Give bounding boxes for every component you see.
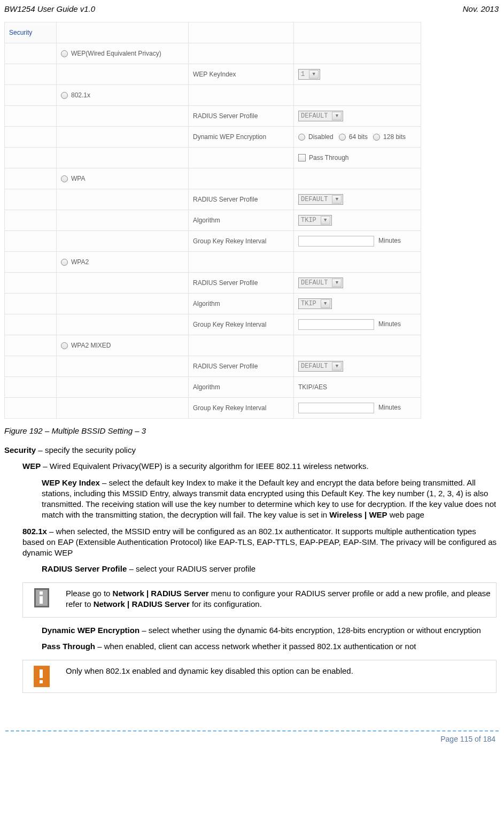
checkbox-icon [298, 154, 306, 161]
header-right: Nov. 2013 [463, 4, 499, 13]
passthrough-desc: Pass Through – when enabled, client can … [42, 641, 499, 652]
gkri-input[interactable] [298, 236, 374, 247]
page-footer: Page 115 of 184 [0, 735, 504, 749]
gkri-label: Group Key Rekey Interval [189, 398, 294, 419]
header-left: BW1254 User Guide v1.0 [4, 4, 95, 13]
dynwep-desc: Dynamic WEP Encryption – select whether … [42, 625, 499, 636]
wpa2mixed-option[interactable]: WPA2 MIXED [57, 335, 189, 356]
radius-label: RADIUS Server Profile [189, 356, 294, 377]
chevron-down-icon: ▼ [332, 195, 342, 204]
wep-keyindex-select[interactable]: 1▼ [298, 69, 320, 80]
wpa2-option[interactable]: WPA2 [57, 252, 189, 273]
gkri-input[interactable] [298, 403, 374, 413]
dynwep-options[interactable]: Disabled 64 bits 128 bits [294, 127, 421, 148]
security-desc: Security – specify the security policy [4, 445, 499, 456]
wepkey-desc: WEP Key Index – select the default key I… [42, 478, 499, 521]
chevron-down-icon: ▼ [309, 70, 319, 79]
chevron-down-icon: ▼ [321, 216, 330, 225]
chevron-down-icon: ▼ [321, 299, 330, 308]
chevron-down-icon: ▼ [332, 279, 342, 287]
wpa-option[interactable]: WPA [57, 168, 189, 189]
warning-box: Only when 802.1x enabled and dynamic key… [22, 660, 497, 693]
passthrough-option[interactable]: Pass Through [294, 148, 421, 168]
gkri-label: Group Key Rekey Interval [189, 231, 294, 252]
wep-desc: WEP – Wired Equivalent Privacy(WEP) is a… [22, 461, 499, 472]
radius-label: RADIUS Server Profile [189, 106, 294, 127]
radius-desc: RADIUS Server Profile – select your RADI… [42, 564, 499, 574]
algorithm-value: TKIP/AES [294, 377, 421, 398]
algorithm-select[interactable]: TKIP▼ [298, 298, 332, 309]
wep-keyindex-label: WEP KeyIndex [189, 64, 294, 85]
wep-option[interactable]: WEP(Wired Equivalent Privacy) [57, 43, 189, 64]
footer-separator [5, 730, 499, 731]
radio-icon [61, 175, 68, 182]
warning-icon [34, 666, 50, 687]
8021x-desc: 802.1x – when selected, the MSSID entry … [22, 526, 499, 559]
dynwep-label: Dynamic WEP Encryption [189, 127, 294, 148]
radius-select[interactable]: DEFAULT▼ [298, 111, 343, 121]
chevron-down-icon: ▼ [332, 362, 342, 371]
security-header: Security [5, 22, 57, 43]
warning-text: Only when 802.1x enabled and dynamic key… [60, 660, 496, 692]
info-box: Please go to Network | RADIUS Server men… [22, 582, 497, 618]
gkri-input[interactable] [298, 319, 374, 330]
radio-icon [61, 342, 68, 349]
radio-icon [373, 134, 380, 141]
radius-label: RADIUS Server Profile [189, 189, 294, 210]
radio-icon [61, 50, 68, 57]
page-header: BW1254 User Guide v1.0 Nov. 2013 [4, 4, 499, 13]
radio-icon [61, 259, 68, 266]
info-text: Please go to Network | RADIUS Server men… [60, 583, 496, 618]
algorithm-label: Algorithm [189, 294, 294, 314]
radio-icon [339, 134, 346, 141]
chevron-down-icon: ▼ [332, 112, 342, 120]
gkri-label: Group Key Rekey Interval [189, 314, 294, 335]
radio-icon [298, 134, 305, 141]
security-settings-table: Security WEP(Wired Equivalent Privacy) W… [4, 22, 421, 419]
radius-select[interactable]: DEFAULT▼ [298, 278, 343, 288]
algorithm-select[interactable]: TKIP▼ [298, 215, 332, 226]
radius-select[interactable]: DEFAULT▼ [298, 194, 343, 205]
radius-select[interactable]: DEFAULT▼ [298, 361, 343, 372]
radius-label: RADIUS Server Profile [189, 273, 294, 294]
figure-caption: Figure 192 – Multiple BSSID Setting – 3 [4, 426, 499, 435]
algorithm-label: Algorithm [189, 210, 294, 231]
radio-icon [61, 92, 68, 99]
8021x-option[interactable]: 802.1x [57, 85, 189, 106]
info-icon [34, 588, 49, 607]
algorithm-label: Algorithm [189, 377, 294, 398]
